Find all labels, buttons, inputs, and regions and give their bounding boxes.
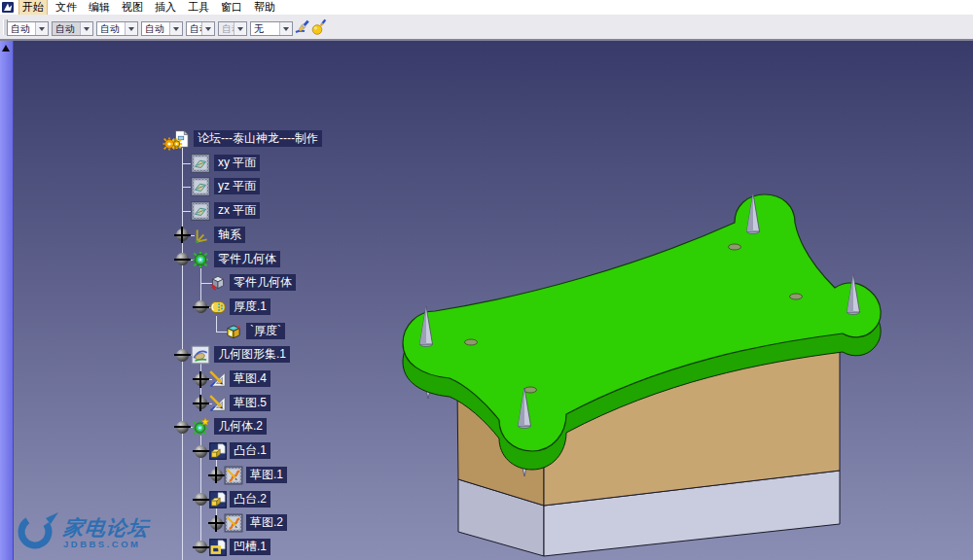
body-icon[interactable] — [191, 417, 210, 437]
chevron-down-icon[interactable] — [169, 22, 182, 35]
pad-icon[interactable] — [208, 441, 228, 461]
tree-node-label[interactable]: xy 平面 — [214, 155, 260, 171]
sketch-profile-icon[interactable] — [224, 466, 243, 485]
combo-value: 自动 — [97, 22, 125, 36]
combo-value: 自动 — [142, 22, 169, 36]
plane-icon[interactable] — [191, 154, 210, 173]
sketch-icon[interactable] — [208, 369, 228, 389]
tree-node-label[interactable]: 凸台.2 — [230, 491, 270, 508]
menu-item-2[interactable]: 编辑 — [85, 0, 114, 16]
graphic-properties-combo-2[interactable]: 自动 — [96, 21, 138, 36]
thickness-icon[interactable] — [208, 298, 228, 317]
graphic-properties-combo-4[interactable]: 自动 — [186, 21, 215, 36]
jdbbs-logo-icon — [14, 509, 58, 556]
solid-icon[interactable] — [208, 273, 228, 293]
axis-system-icon[interactable] — [191, 226, 210, 245]
graphic-properties-combo-1[interactable]: 自动 — [52, 21, 93, 36]
chevron-down-icon[interactable] — [279, 22, 292, 35]
tree-node-label[interactable]: 几何图形集.1 — [214, 346, 290, 363]
toolbar: 自动自动自动自动自动自动无 — [0, 15, 973, 40]
3d-viewport[interactable]: 论坛---泰山神龙----制作xy 平面yz 平面zx 平面轴系零件几何体零件几… — [0, 39, 973, 560]
pocket-icon[interactable] — [208, 538, 228, 557]
tree-node-label[interactable]: 草图.1 — [246, 467, 287, 483]
plane-icon[interactable] — [191, 177, 210, 196]
graphic-properties-combo-5[interactable]: 自动 — [218, 21, 247, 36]
tree-node-label[interactable]: 草图.4 — [230, 370, 270, 387]
menu-bar: 开始文件编辑视图插入工具窗口帮助 — [0, 0, 973, 15]
chevron-down-icon[interactable] — [125, 22, 137, 35]
expand-plus-knob[interactable] — [210, 517, 223, 530]
paint-wizard-icon[interactable] — [310, 18, 328, 36]
expand-plus-knob[interactable] — [176, 228, 189, 241]
combo-value: 自动 — [219, 22, 234, 36]
menu-item-6[interactable]: 窗口 — [217, 0, 246, 16]
collapse-minus-knob[interactable] — [195, 300, 207, 313]
menu-item-0[interactable]: 开始 — [18, 0, 48, 16]
expand-plus-knob[interactable] — [210, 469, 223, 481]
menu-item-4[interactable]: 插入 — [151, 0, 180, 16]
sketch-profile-icon[interactable] — [224, 513, 243, 533]
tree-node-label[interactable]: 轴系 — [214, 227, 245, 243]
chevron-down-icon[interactable] — [35, 22, 48, 35]
watermark: 家电论坛 JDBBS.COM — [14, 509, 149, 556]
thickness-def-icon[interactable] — [224, 322, 243, 341]
collapse-minus-knob[interactable] — [176, 349, 189, 362]
collapse-minus-knob[interactable] — [195, 541, 207, 553]
pad-icon[interactable] — [208, 490, 228, 509]
geometrical-set-icon[interactable] — [191, 345, 210, 365]
menu-item-7[interactable]: 帮助 — [250, 0, 279, 16]
plane-icon[interactable] — [191, 201, 210, 221]
part-document-icon[interactable] — [171, 129, 191, 149]
menu-item-5[interactable]: 工具 — [184, 0, 213, 16]
tree-node-label[interactable]: 草图.2 — [246, 514, 287, 531]
combo-value: 自动 — [53, 22, 80, 36]
part-body-icon[interactable] — [191, 250, 210, 269]
chevron-down-icon[interactable] — [201, 22, 214, 35]
combo-value: 自动 — [187, 22, 201, 36]
tree-node-label[interactable]: 凹槽.1 — [230, 539, 270, 555]
tree-node-label[interactable]: 厚度.1 — [230, 298, 270, 315]
tree-node-label[interactable]: 草图.5 — [230, 395, 270, 411]
tree-node-label[interactable]: 凸台.1 — [230, 442, 270, 459]
combo-value: 无 — [251, 22, 279, 36]
tree-node-label[interactable]: `厚度` — [246, 323, 285, 339]
chevron-down-icon[interactable] — [80, 22, 92, 35]
graphic-properties-combo-3[interactable]: 自动 — [141, 21, 183, 36]
tree-branch-line — [216, 316, 217, 332]
watermark-title: 家电论坛 — [62, 517, 150, 539]
tree-node-label[interactable]: zx 平面 — [214, 202, 260, 219]
menu-item-3[interactable]: 视图 — [118, 0, 147, 16]
sketch-icon[interactable] — [208, 394, 228, 413]
combo-value: 自动 — [8, 22, 35, 36]
menu-item-1[interactable]: 文件 — [52, 0, 81, 16]
tree-node-label[interactable]: 零件几何体 — [214, 251, 280, 267]
expand-plus-knob[interactable] — [195, 373, 207, 386]
graphic-properties-combo-0[interactable]: 自动 — [7, 21, 49, 36]
watermark-subtitle: JDBBS.COM — [63, 539, 149, 549]
tree-node-label[interactable]: 零件几何体 — [230, 274, 296, 291]
collapse-minus-knob[interactable] — [176, 421, 189, 434]
tree-node-label[interactable]: 论坛---泰山神龙----制作 — [194, 130, 322, 147]
chevron-down-icon[interactable] — [234, 22, 246, 35]
tree-node-label[interactable]: 几何体.2 — [214, 418, 267, 435]
collapse-minus-knob[interactable] — [176, 253, 189, 265]
collapse-minus-knob[interactable] — [195, 445, 207, 458]
expand-plus-knob[interactable] — [195, 397, 207, 409]
collapse-minus-knob[interactable] — [195, 493, 207, 506]
painter-brush-icon[interactable] — [294, 18, 311, 36]
tree-node-label[interactable]: yz 平面 — [214, 178, 260, 194]
specification-tree: 论坛---泰山神龙----制作xy 平面yz 平面zx 平面轴系零件几何体零件几… — [0, 41, 973, 560]
graphic-properties-combo-6[interactable]: 无 — [250, 21, 293, 36]
